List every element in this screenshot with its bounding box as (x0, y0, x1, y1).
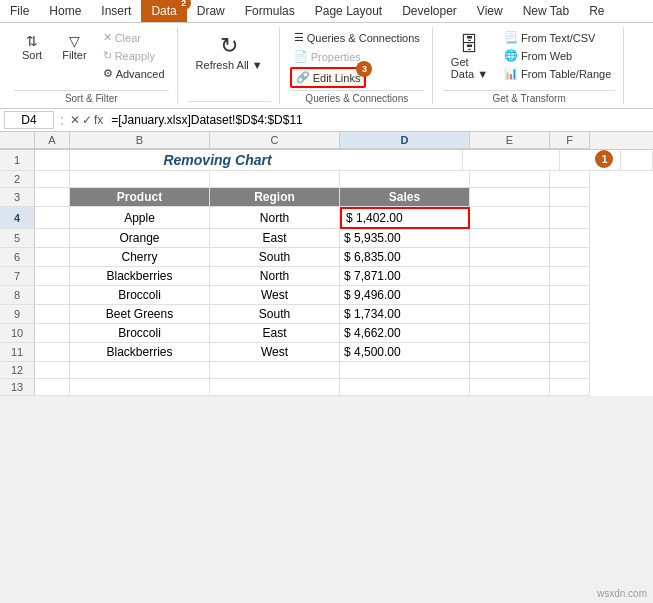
cell-e5[interactable] (470, 229, 550, 248)
cell-e7[interactable] (470, 267, 550, 286)
cell-c2[interactable] (210, 171, 340, 188)
cell-d8[interactable]: $ 9,496.00 (340, 286, 470, 305)
tab-insert[interactable]: Insert (91, 0, 141, 22)
col-header-e[interactable]: E (470, 132, 550, 149)
cell-a13[interactable] (35, 379, 70, 396)
tab-file[interactable]: File (0, 0, 39, 22)
cell-c1[interactable] (365, 150, 463, 171)
cell-d11[interactable]: $ 4,500.00 (340, 343, 470, 362)
cell-c5[interactable]: East (210, 229, 340, 248)
cell-a8[interactable] (35, 286, 70, 305)
cell-c12[interactable] (210, 362, 340, 379)
tab-re[interactable]: Re (579, 0, 614, 22)
cell-c10[interactable]: East (210, 324, 340, 343)
cell-a12[interactable] (35, 362, 70, 379)
cell-b4[interactable]: Apple (70, 207, 210, 229)
col-header-f[interactable]: F (550, 132, 590, 149)
cell-d3[interactable]: Sales (340, 188, 470, 207)
refresh-button[interactable]: ↻ Refresh All ▼ (188, 29, 271, 75)
tab-page-layout[interactable]: Page Layout (305, 0, 392, 22)
cell-e4[interactable] (470, 207, 550, 229)
advanced-button[interactable]: ⚙ Advanced (99, 65, 169, 82)
cell-a6[interactable] (35, 248, 70, 267)
cell-a5[interactable] (35, 229, 70, 248)
from-web-button[interactable]: 🌐 From Web (500, 47, 615, 64)
cell-b5[interactable]: Orange (70, 229, 210, 248)
cell-f13[interactable] (550, 379, 590, 396)
cell-c7[interactable]: North (210, 267, 340, 286)
cell-a1[interactable] (35, 150, 70, 171)
cell-f4[interactable] (550, 207, 590, 229)
cell-f11[interactable] (550, 343, 590, 362)
cell-a2[interactable] (35, 171, 70, 188)
cell-b11[interactable]: Blackberries (70, 343, 210, 362)
sort-button[interactable]: ⇅ Sort (14, 29, 50, 65)
from-table-button[interactable]: 📊 From Table/Range (500, 65, 615, 82)
cell-f7[interactable] (550, 267, 590, 286)
cell-b3[interactable]: Product (70, 188, 210, 207)
tab-new-tab[interactable]: New Tab (513, 0, 579, 22)
tab-developer[interactable]: Developer (392, 0, 467, 22)
cell-c6[interactable]: South (210, 248, 340, 267)
cell-f12[interactable] (550, 362, 590, 379)
cell-e1[interactable]: 1 Select the CellValue ➤ (560, 150, 621, 171)
cell-f5[interactable] (550, 229, 590, 248)
cell-f3[interactable] (550, 188, 590, 207)
clear-button[interactable]: ✕ Clear (99, 29, 169, 46)
cell-e3[interactable] (470, 188, 550, 207)
cell-c8[interactable]: West (210, 286, 340, 305)
cell-f2[interactable] (550, 171, 590, 188)
cell-c11[interactable]: West (210, 343, 340, 362)
cell-c9[interactable]: South (210, 305, 340, 324)
col-header-d[interactable]: D (340, 132, 470, 149)
cell-e2[interactable] (470, 171, 550, 188)
formula-input[interactable] (107, 112, 649, 128)
reapply-button[interactable]: ↻ Reapply (99, 47, 169, 64)
col-header-a[interactable]: A (35, 132, 70, 149)
cell-b10[interactable]: Broccoli (70, 324, 210, 343)
cell-f8[interactable] (550, 286, 590, 305)
cell-d2[interactable] (340, 171, 470, 188)
insert-function-icon[interactable]: fx (94, 113, 103, 127)
cell-e9[interactable] (470, 305, 550, 324)
cell-d5[interactable]: $ 5,935.00 (340, 229, 470, 248)
col-header-b[interactable]: B (70, 132, 210, 149)
cell-e6[interactable] (470, 248, 550, 267)
cell-b12[interactable] (70, 362, 210, 379)
cell-d1[interactable] (463, 150, 561, 171)
cell-f9[interactable] (550, 305, 590, 324)
cell-a7[interactable] (35, 267, 70, 286)
cell-e8[interactable] (470, 286, 550, 305)
queries-connections-button[interactable]: ☰ Queries & Connections (290, 29, 424, 46)
cell-b8[interactable]: Broccoli (70, 286, 210, 305)
get-data-button[interactable]: 🗄 GetData ▼ (443, 29, 496, 84)
cell-f10[interactable] (550, 324, 590, 343)
cell-d9[interactable]: $ 1,734.00 (340, 305, 470, 324)
cancel-icon[interactable]: ✕ (70, 113, 80, 127)
tab-formulas[interactable]: Formulas (235, 0, 305, 22)
cell-reference-input[interactable] (4, 111, 54, 129)
properties-button[interactable]: 📄 Properties (290, 48, 365, 65)
cell-a4[interactable] (35, 207, 70, 229)
cell-b7[interactable]: Blackberries (70, 267, 210, 286)
cell-c13[interactable] (210, 379, 340, 396)
cell-c3[interactable]: Region (210, 188, 340, 207)
cell-d4[interactable]: $ 1,402.00 (340, 207, 470, 229)
from-text-button[interactable]: 📃 From Text/CSV (500, 29, 615, 46)
cell-f6[interactable] (550, 248, 590, 267)
cell-a3[interactable] (35, 188, 70, 207)
tab-view[interactable]: View (467, 0, 513, 22)
col-header-c[interactable]: C (210, 132, 340, 149)
cell-a9[interactable] (35, 305, 70, 324)
tab-draw[interactable]: Draw (187, 0, 235, 22)
cell-d7[interactable]: $ 7,871.00 (340, 267, 470, 286)
cell-c4[interactable]: North (210, 207, 340, 229)
cell-e11[interactable] (470, 343, 550, 362)
cell-b6[interactable]: Cherry (70, 248, 210, 267)
cell-b2[interactable] (70, 171, 210, 188)
cell-a11[interactable] (35, 343, 70, 362)
cell-b1[interactable]: Removing Chart (70, 150, 365, 171)
tab-home[interactable]: Home (39, 0, 91, 22)
cell-d10[interactable]: $ 4,662.00 (340, 324, 470, 343)
cell-f1[interactable] (621, 150, 653, 171)
